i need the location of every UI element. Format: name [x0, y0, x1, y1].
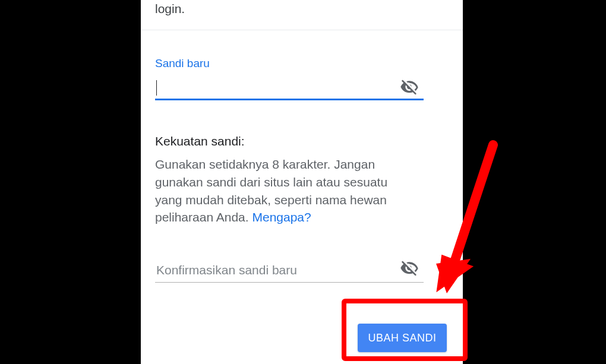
- new-password-field-wrap: [155, 75, 424, 100]
- new-password-input[interactable]: [155, 75, 424, 100]
- prior-paragraph-tail: login.: [155, 0, 185, 17]
- why-link[interactable]: Mengapa?: [252, 210, 311, 224]
- password-change-screen: login. Sandi baru Kekuatan sandi: Gunaka…: [141, 0, 463, 364]
- password-strength-label: Kekuatan sandi:: [155, 134, 245, 148]
- visibility-off-icon[interactable]: [400, 78, 419, 97]
- change-password-button[interactable]: UBAH SANDI: [358, 324, 447, 352]
- visibility-off-icon[interactable]: [400, 259, 419, 278]
- confirm-password-input[interactable]: [155, 258, 424, 283]
- text-cursor: [156, 80, 157, 96]
- new-password-label: Sandi baru: [155, 57, 210, 70]
- password-hint-text: Gunakan setidaknya 8 karakter. Jangan gu…: [155, 156, 411, 226]
- section-divider: [141, 30, 463, 30]
- confirm-password-field-wrap: [155, 258, 424, 283]
